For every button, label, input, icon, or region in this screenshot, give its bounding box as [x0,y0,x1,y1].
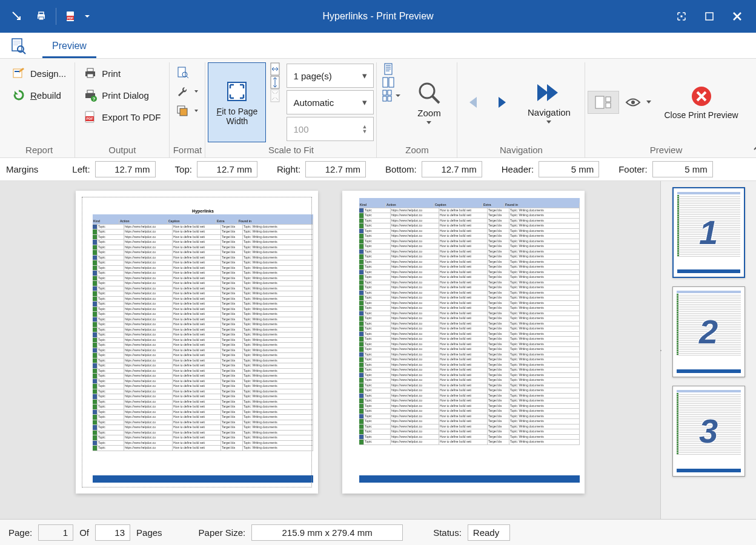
svg-rect-7 [706,13,713,20]
tab-preview[interactable]: Preview [42,36,96,58]
nav-next-button[interactable] [488,62,516,142]
close-circle-icon [690,85,713,108]
margin-bottom-input[interactable]: 12.7 mm [422,161,482,177]
svg-rect-35 [383,96,386,101]
multi-pages-icon[interactable] [382,89,395,102]
chevron-down-icon [395,93,401,99]
export-pdf-icon: PDF [84,110,97,124]
printer-settings-button[interactable] [172,82,202,101]
svg-rect-13 [87,68,93,71]
maximize-icon[interactable] [695,4,723,28]
page-preview-area[interactable]: Hyperlinks KindActionCaptionExtraFound i… [0,181,660,519]
window-title: Hyperlinks - Print Preview [322,11,433,22]
svg-rect-16 [87,90,93,93]
group-label-output: Output [78,142,167,157]
print-icon [84,67,97,80]
svg-rect-31 [383,78,388,87]
thumbnails-panel[interactable]: • • • 1 2 3 [660,181,756,519]
print-dialog-button[interactable]: ? Print Dialog [78,84,155,106]
navigation-split-button[interactable]: Navigation [516,62,582,142]
chevron-down-icon [194,108,199,113]
chevron-down-icon [426,121,432,125]
page-1[interactable]: Hyperlinks KindActionCaptionExtraFound i… [76,191,318,494]
design-button[interactable]: Design... [6,62,72,84]
group-label-zoom: Zoom [379,142,454,157]
print-button[interactable]: Print [78,62,127,84]
wrench-icon [176,85,189,98]
ribbon-collapse-button[interactable] [747,139,756,157]
export-pdf-button[interactable]: PDF Export To PDF [78,106,167,128]
status-bar: Page: 1 Of 13 Pages Paper Size: 215.9 mm… [0,520,756,545]
close-icon[interactable] [723,4,751,28]
rebuild-button[interactable]: Rebuild [6,84,67,106]
qat-quick-print-icon[interactable] [5,4,29,28]
page-height-small-icon[interactable] [268,76,282,89]
margin-top-input[interactable]: 12.7 mm [197,161,257,177]
pages-combo[interactable]: 1 page(s)▾ [287,64,374,88]
thumb-3[interactable]: 3 [672,386,745,477]
page-setup-button[interactable] [172,62,193,82]
zoom-spinner[interactable]: 100▲▼ [287,117,374,141]
margin-left-input[interactable]: 12.7 mm [95,161,156,177]
page-title: Hyperlinks [93,209,313,213]
svg-rect-40 [606,103,611,108]
page-number-input[interactable]: 1 [38,524,73,541]
ribbon: Design... Rebuild Report Print ? Print D… [0,58,756,158]
svg-rect-2 [39,17,44,20]
thumbnails-toggle-button[interactable] [588,91,619,114]
svg-rect-33 [383,90,386,95]
page-width-small-icon[interactable] [268,62,282,76]
rebuild-icon [12,88,25,102]
qat-dropdown-icon[interactable] [83,13,91,19]
nav-prev-button [460,62,488,142]
chevron-up-icon [753,144,756,151]
margin-right-input[interactable]: 12.7 mm [305,161,366,177]
svg-rect-38 [595,96,604,108]
nav-next-icon [494,94,509,110]
chevron-down-icon [646,100,652,105]
chevron-down-icon: ▾ [362,97,367,108]
whole-page-small-icon[interactable] [268,89,282,102]
close-preview-button[interactable]: Close Print Preview [658,62,744,142]
ribbon-tab-strip: Preview [0,33,756,58]
margin-header-input[interactable]: 5 mm [539,161,599,177]
title-bar: PDF Hyperlinks - Print Preview [0,0,756,33]
preview-tab-icon[interactable] [6,34,30,58]
group-label-scale: Scale to Fit [208,142,374,157]
svg-rect-34 [388,90,391,95]
page-2[interactable]: KindActionCaptionExtraFound in Topichttp… [342,191,585,494]
workspace: Hyperlinks KindActionCaptionExtraFound i… [0,181,756,520]
design-icon [12,67,25,80]
svg-point-41 [631,101,635,104]
visibility-button[interactable] [619,91,658,113]
thumb-1[interactable]: 1 [672,187,745,278]
qat-export-pdf-icon[interactable]: PDF [59,4,83,28]
svg-rect-36 [388,96,391,101]
svg-rect-39 [606,97,611,102]
nav-fastforward-icon [534,81,564,105]
fit-width-icon [224,79,250,104]
two-pages-icon[interactable] [382,76,395,89]
svg-text:PDF: PDF [67,16,73,20]
svg-rect-14 [87,74,93,78]
zoom-icon [416,80,442,105]
one-page-icon[interactable] [382,62,395,76]
chevron-down-icon [546,120,552,125]
styles-button[interactable] [172,101,202,121]
nav-prev-icon [466,94,482,110]
fullscreen-icon[interactable] [668,4,695,28]
group-label-report: Report [6,142,72,157]
svg-point-37 [420,84,434,98]
total-pages: 13 [95,524,130,541]
margin-footer-input[interactable]: 5 mm [652,161,713,177]
zoom-button[interactable]: Zoom [403,62,454,142]
qat-print-icon[interactable] [29,4,53,28]
svg-text:?: ? [93,96,96,102]
fit-page-width-button[interactable]: Fit to PageWidth [208,62,266,142]
chevron-down-icon [194,89,199,94]
svg-text:PDF: PDF [87,117,94,121]
page-setup-icon [176,65,189,79]
automatic-combo[interactable]: Automatic▾ [287,90,374,114]
chevron-down-icon: ▾ [362,70,367,81]
thumb-2[interactable]: 2 [672,286,745,377]
